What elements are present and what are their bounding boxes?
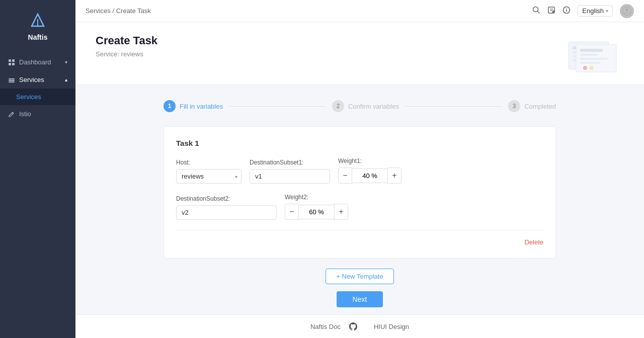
steps-progress: 1 Fill in variables 2 Confirm variables … <box>164 100 556 112</box>
task-card: Task 1 Host: reviews productpage ratings… <box>164 126 556 259</box>
weight1-input[interactable] <box>352 168 387 183</box>
weight1-stepper: − + <box>338 167 401 184</box>
step-confirm-variables: 2 Confirm variables <box>332 100 399 112</box>
page-title: Create Task <box>96 34 157 47</box>
svg-point-19 <box>626 9 628 11</box>
weight1-group: Weight1: − + <box>338 157 401 184</box>
svg-line-11 <box>538 11 540 13</box>
sidebar-logo: Naftis <box>0 0 75 49</box>
weight2-stepper: − + <box>285 204 348 220</box>
weight2-minus-button[interactable]: − <box>285 204 299 220</box>
next-button[interactable]: Next <box>337 291 383 307</box>
host-select[interactable]: reviews productpage ratings details <box>176 169 242 184</box>
host-label: Host: <box>176 159 242 166</box>
search-icon[interactable] <box>532 6 540 16</box>
breadcrumb: Services / Create Task <box>86 7 526 15</box>
dest1-label: DestinationSubset1: <box>250 159 330 166</box>
app-name: Naftis <box>28 33 48 41</box>
dashboard-label: Dashboard <box>19 58 51 66</box>
svg-rect-28 <box>580 58 608 60</box>
istio-label: Istio <box>19 110 31 118</box>
svg-rect-5 <box>12 63 15 65</box>
github-icon <box>349 322 358 331</box>
info-icon[interactable] <box>562 6 571 16</box>
topbar-actions: English ▾ <box>532 4 634 18</box>
page-footer: Naftis Doc HIUI Design <box>75 314 644 338</box>
weight1-label: Weight1: <box>338 157 401 164</box>
weight2-label: Weight2: <box>285 194 348 201</box>
host-group: Host: reviews productpage ratings detail… <box>176 159 242 184</box>
step-fill-variables: 1 Fill in variables <box>164 100 223 112</box>
edit-icon <box>8 111 15 118</box>
host-select-wrapper: reviews productpage ratings details ▾ <box>176 169 242 184</box>
task-card-footer: Delete <box>176 230 543 246</box>
weight1-minus-button[interactable]: − <box>338 167 352 184</box>
weight2-group: Weight2: − + <box>285 194 348 220</box>
chevron-up-icon: ▴ <box>65 77 67 82</box>
delete-button[interactable]: Delete <box>524 238 543 246</box>
step-3-circle: 3 <box>508 100 520 112</box>
page-header: Create Task Service: reviews <box>75 22 644 85</box>
bottom-actions: + New Template Next <box>164 269 556 307</box>
services-label: Services <box>19 76 44 83</box>
step-line-2 <box>405 106 502 107</box>
sidebar-item-services-sub[interactable]: Services <box>0 89 75 105</box>
sidebar: Naftis Dashboard ▾ Services ▴ Services <box>0 0 75 338</box>
step-1-label: Fill in variables <box>180 103 223 110</box>
main-content: Services / Create Task <box>75 0 644 338</box>
svg-rect-29 <box>580 62 600 64</box>
step-line-1 <box>229 106 326 107</box>
step-1-circle: 1 <box>164 100 176 112</box>
sidebar-item-dashboard[interactable]: Dashboard ▾ <box>0 53 75 71</box>
sidebar-navigation: Dashboard ▾ Services ▴ Services Istio <box>0 49 75 338</box>
dest1-group: DestinationSubset1: <box>250 159 330 184</box>
dest2-input[interactable] <box>176 205 277 220</box>
language-label: English <box>582 7 604 15</box>
svg-rect-27 <box>580 54 598 56</box>
design-link[interactable]: HIUI Design <box>374 323 409 330</box>
page-subtitle: Service: reviews <box>96 50 157 58</box>
svg-rect-6 <box>9 78 15 79</box>
user-avatar[interactable] <box>620 4 634 18</box>
svg-point-30 <box>583 66 587 70</box>
language-selector[interactable]: English ▾ <box>578 5 613 17</box>
page-header-text: Create Task Service: reviews <box>96 34 157 58</box>
weight2-plus-button[interactable]: + <box>334 204 348 220</box>
dest2-label: DestinationSubset2: <box>176 195 277 202</box>
form-row-1: Host: reviews productpage ratings detail… <box>176 157 543 184</box>
header-illustration <box>564 34 624 74</box>
svg-point-31 <box>590 66 594 70</box>
task-title: Task 1 <box>176 139 543 147</box>
sidebar-item-services[interactable]: Services ▴ <box>0 71 75 89</box>
dest2-group: DestinationSubset2: <box>176 195 277 220</box>
svg-point-17 <box>567 8 568 9</box>
weight1-plus-button[interactable]: + <box>387 167 401 184</box>
doc-link[interactable]: Naftis Doc <box>310 323 341 330</box>
weight2-input[interactable] <box>299 205 334 219</box>
step-2-circle: 2 <box>332 100 344 112</box>
grid-icon <box>8 59 15 66</box>
step-completed: 3 Completed <box>508 100 556 112</box>
layers-icon <box>8 76 15 83</box>
form-row-2: DestinationSubset2: Weight2: − + <box>176 194 543 220</box>
step-2-label: Confirm variables <box>348 103 399 110</box>
svg-rect-2 <box>9 59 11 62</box>
svg-rect-3 <box>12 59 15 62</box>
services-sub-label: Services <box>16 93 41 101</box>
svg-rect-26 <box>580 49 603 52</box>
svg-rect-8 <box>9 81 15 82</box>
content-area: 1 Fill in variables 2 Confirm variables … <box>75 85 644 314</box>
chevron-down-icon: ▾ <box>606 8 608 14</box>
svg-rect-4 <box>9 63 11 65</box>
sidebar-item-istio[interactable]: Istio <box>0 105 75 123</box>
svg-rect-7 <box>9 80 15 81</box>
topbar: Services / Create Task <box>75 0 644 22</box>
dest1-input[interactable] <box>250 169 330 184</box>
edit-doc-icon[interactable] <box>547 6 555 16</box>
step-3-label: Completed <box>524 103 556 110</box>
chevron-down-icon: ▾ <box>65 59 67 65</box>
new-template-button[interactable]: + New Template <box>326 269 393 284</box>
logo-icon <box>29 12 47 30</box>
